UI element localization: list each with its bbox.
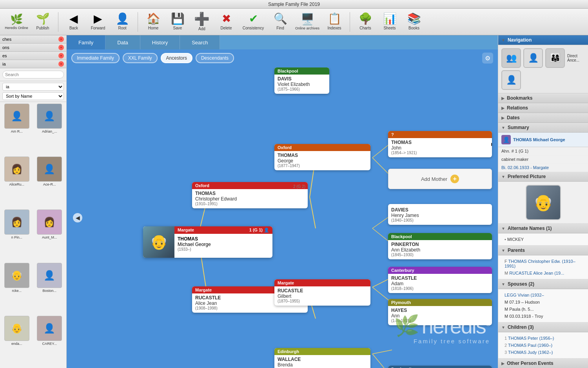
delete-button[interactable]: ✖ Delete bbox=[215, 10, 238, 34]
settings-gear-button[interactable]: ⚙ bbox=[482, 53, 493, 64]
father-link[interactable]: THOMAS Christopher Edw. (1910–1991) bbox=[505, 259, 575, 268]
forward-button[interactable]: ▶ Forward bbox=[87, 10, 109, 34]
relations-section-header[interactable]: ▶ Relations bbox=[498, 103, 588, 113]
nav-thumb-direct[interactable]: 👤 bbox=[523, 48, 543, 68]
thumb-img-rcke: 👴 bbox=[4, 263, 29, 288]
nav-thumb-wrap-1[interactable]: 👥 bbox=[501, 48, 521, 68]
father-body: 2 (G 2) THOMAS Christopher Edward (1910–… bbox=[192, 189, 308, 208]
sheets-button[interactable]: 📊 Sheets bbox=[378, 10, 401, 34]
preferred-picture-content: 👴 bbox=[498, 182, 588, 224]
spouses-header[interactable]: ▼ Spouses (2) bbox=[498, 279, 588, 289]
close-searches-button[interactable]: × bbox=[58, 36, 64, 42]
ggp4-card[interactable]: Blackpool PINKERTON Ann Elizabeth (1845–… bbox=[388, 233, 492, 259]
child-2-link[interactable]: THOMAS Paul (1960–) bbox=[508, 343, 552, 348]
forward-icon: ▶ bbox=[94, 13, 102, 24]
navigation-arrow: ▼ bbox=[501, 38, 505, 42]
list-item[interactable]: 👩 n Pin... bbox=[2, 210, 32, 260]
summary-section-header[interactable]: ▼ Summary bbox=[498, 123, 588, 133]
add-plus-button[interactable]: + bbox=[450, 175, 459, 183]
alternate-names-arrow: ▼ bbox=[501, 226, 505, 231]
bookmarks-section-header[interactable]: ▶ Bookmarks bbox=[498, 93, 588, 103]
navigation-section-header[interactable]: ▼ Navigation bbox=[498, 35, 588, 45]
ggp3-body: DAVIES Henry James (1840–1905) bbox=[388, 204, 492, 225]
ggp5-card[interactable]: Canterbury RUCASTLE Adam (1818–1906) bbox=[388, 267, 492, 293]
list-item[interactable]: 👩 Aunt_M... bbox=[34, 210, 65, 260]
consistency-button[interactable]: ✔ Consistency bbox=[239, 10, 267, 34]
pat-gf-card[interactable]: Oxford THOMAS George (1877–1947) bbox=[274, 144, 370, 170]
ggp7-card[interactable]: Dunfermline de NEMOURS Josephine (1853–1… bbox=[388, 366, 492, 368]
main-person-card[interactable]: 👴 Margate 1 (G 1) 👤 THOMAS Michael Georg… bbox=[143, 226, 272, 258]
list-item[interactable]: 👴 rcke... bbox=[2, 263, 32, 313]
list-item[interactable]: 👤 Boston... bbox=[34, 263, 65, 313]
nav-arrow-left[interactable]: ◀ bbox=[73, 213, 82, 222]
filter-select[interactable]: ia bbox=[2, 83, 64, 91]
mat-gm-surname: WALLACE bbox=[278, 357, 367, 362]
add-button[interactable]: ➕ Add bbox=[191, 10, 213, 34]
tab-search[interactable]: Search bbox=[180, 35, 220, 49]
nav-thumb-wrap-4[interactable]: 👤 bbox=[501, 70, 521, 90]
preferred-picture-header[interactable]: ▼ Preferred Picture bbox=[498, 172, 588, 182]
child-1-link[interactable]: THOMAS Peter (1956–) bbox=[508, 336, 554, 341]
nav-thumb-person[interactable]: 👤 bbox=[501, 70, 521, 90]
thumb-label-ace: Ace-R... bbox=[37, 182, 62, 186]
list-item[interactable]: 👩 AliceRu... bbox=[2, 157, 32, 207]
father-card[interactable]: Oxford 2 (G 2) THOMAS Christopher Edward… bbox=[192, 182, 308, 208]
view-xxl-family[interactable]: XXL Family bbox=[123, 53, 158, 63]
nav-thumb-wrap-3[interactable]: 👨‍👩‍👧 bbox=[545, 48, 565, 68]
list-item[interactable]: 👤 Am R... bbox=[2, 104, 32, 154]
ggp1-card[interactable]: ? THOMAS John (1854–> 1921) ▶ bbox=[388, 131, 492, 157]
nav-thumb-alt[interactable]: 👨‍👩‍👧 bbox=[545, 48, 565, 68]
close-ia-button[interactable]: × bbox=[58, 61, 64, 67]
thumb-img-boston: 👤 bbox=[37, 263, 62, 288]
close-ons-button[interactable]: × bbox=[58, 45, 64, 50]
charts-button[interactable]: 🌳 Charts bbox=[354, 10, 377, 34]
children-header[interactable]: ▼ Children (3) bbox=[498, 322, 588, 332]
pat-gf-given: George bbox=[278, 158, 367, 164]
pat-gm-card[interactable]: Blackpool DAVIS Violet Elizabeth (1875–1… bbox=[274, 67, 329, 94]
ggp5-location: Canterbury bbox=[388, 267, 492, 274]
mat-gf-card[interactable]: Margate RUCASTLE Gilbert (1870–1955) bbox=[274, 279, 370, 306]
child-3-link[interactable]: THOMAS Judy (1962–) bbox=[508, 350, 553, 355]
view-ancestors[interactable]: Ancestors bbox=[161, 53, 192, 63]
pat-gf-dates: (1877–1947) bbox=[278, 164, 367, 168]
tab-family[interactable]: Family bbox=[67, 35, 105, 49]
publish-button[interactable]: 🌱 Publish bbox=[31, 10, 54, 34]
save-button[interactable]: 💾 Save bbox=[166, 10, 189, 34]
spouse-1-link[interactable]: LEGG Vivian (1932– bbox=[505, 293, 544, 297]
spouses-label: Spouses (2) bbox=[508, 281, 534, 287]
books-button[interactable]: 📚 Books bbox=[403, 10, 425, 34]
heredis-online-button[interactable]: 🌿 Heredis Online bbox=[3, 10, 30, 34]
tab-data[interactable]: Data bbox=[105, 35, 140, 49]
home-button[interactable]: 🏠 Home bbox=[142, 10, 165, 34]
nav-thumb-ancestors[interactable]: 👥 bbox=[501, 48, 521, 68]
other-events-label: Other Person Events bbox=[507, 361, 554, 366]
parents-header[interactable]: ▼ Parents bbox=[498, 246, 588, 255]
list-item[interactable]: 👤 Adrian_... bbox=[34, 104, 65, 154]
tab-history[interactable]: History bbox=[140, 35, 180, 49]
search-input[interactable] bbox=[2, 71, 64, 78]
back-button[interactable]: ◀ Back bbox=[62, 10, 85, 34]
online-archives-button[interactable]: 🖥️ Online archives bbox=[293, 10, 321, 34]
sort-select[interactable]: Sort by Name bbox=[2, 92, 64, 100]
close-es-button[interactable]: × bbox=[58, 53, 64, 58]
mother-link[interactable]: RUCASTLE Alice Jean (19... bbox=[509, 271, 564, 275]
list-item[interactable]: 👤 CAREY... bbox=[34, 316, 65, 366]
list-item[interactable]: 👤 Ace-R... bbox=[34, 157, 65, 207]
summary-person[interactable]: 👤 THOMAS Michael George bbox=[498, 133, 588, 147]
watermark-tagline: Family tree software bbox=[414, 338, 490, 344]
add-mother-card[interactable]: Add Mother + bbox=[388, 169, 492, 189]
sidebar-section-label-es: es bbox=[2, 53, 7, 58]
ggp3-card[interactable]: DAVIES Henry James (1840–1905) bbox=[388, 204, 492, 225]
view-descendants[interactable]: Descendants bbox=[196, 53, 234, 63]
nav-thumb-wrap-2[interactable]: 👤 bbox=[523, 48, 543, 68]
find-button[interactable]: 🔍 Find bbox=[269, 10, 292, 34]
pat-gm-dates: (1875–1966) bbox=[278, 87, 326, 91]
other-events-header[interactable]: ▶ Other Person Events bbox=[498, 359, 588, 368]
alternate-names-header[interactable]: ▼ Alternate Names (1) bbox=[498, 224, 588, 233]
mat-gm-card[interactable]: Edinburgh WALLACE Brenda (1873–1937) bbox=[274, 348, 370, 368]
root-button[interactable]: 👤 Root bbox=[111, 10, 134, 34]
view-immediate-family[interactable]: Immediate Family bbox=[71, 53, 120, 63]
indexes-button[interactable]: 📋 Indexes bbox=[323, 10, 346, 34]
dates-section-header[interactable]: ▶ Dates bbox=[498, 113, 588, 123]
list-item[interactable]: 👴 enda... bbox=[2, 316, 32, 366]
